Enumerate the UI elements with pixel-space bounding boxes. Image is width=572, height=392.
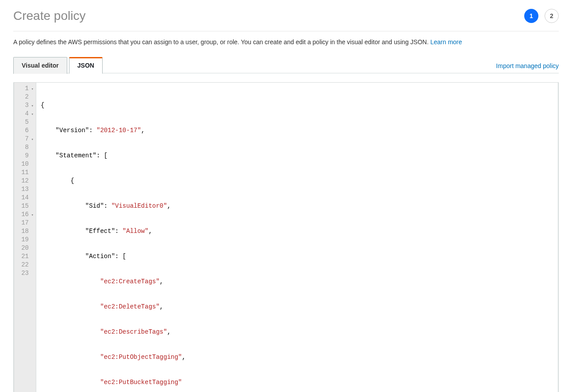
- code-line: "Statement": [: [39, 152, 558, 160]
- step-1[interactable]: 1: [524, 9, 538, 23]
- policy-description-text: A policy defines the AWS permissions tha…: [13, 38, 430, 46]
- code-line: "ec2:DescribeTags",: [39, 328, 558, 336]
- wizard-steps: 1 2: [524, 9, 559, 23]
- json-editor-container: 1▾23▾4▾567▾8910111213141516▾171819202122…: [13, 82, 559, 392]
- header-divider: [13, 31, 559, 31]
- code-line: "Action": [: [39, 252, 558, 261]
- code-line: "Version": "2012-10-17",: [39, 126, 558, 135]
- tab-visual-editor[interactable]: Visual editor: [13, 57, 67, 74]
- learn-more-link[interactable]: Learn more: [430, 38, 462, 46]
- code-line: "ec2:DeleteTags",: [39, 303, 558, 311]
- page-title: Create policy: [13, 9, 85, 23]
- page-header: Create policy 1 2: [13, 9, 559, 23]
- tabs-row: Visual editor JSON Import managed policy: [13, 56, 559, 73]
- code-line: "ec2:PutBucketTagging": [39, 378, 558, 387]
- tabs-container: Visual editor JSON: [13, 57, 104, 73]
- code-line: "ec2:PutObjectTagging",: [39, 353, 558, 362]
- policy-description: A policy defines the AWS permissions tha…: [13, 38, 559, 46]
- step-2[interactable]: 2: [545, 9, 559, 23]
- code-line: {: [39, 101, 558, 110]
- code-line: "ec2:CreateTags",: [39, 278, 558, 286]
- code-line: "Sid": "VisualEditor0",: [39, 202, 558, 210]
- tab-json[interactable]: JSON: [69, 57, 103, 74]
- json-editor[interactable]: 1▾23▾4▾567▾8910111213141516▾171819202122…: [14, 82, 558, 392]
- editor-code-area[interactable]: { "Version": "2012-10-17", "Statement": …: [36, 83, 558, 392]
- code-line: {: [39, 177, 558, 185]
- import-managed-policy-link[interactable]: Import managed policy: [496, 62, 559, 69]
- editor-gutter: 1▾23▾4▾567▾8910111213141516▾171819202122…: [14, 83, 36, 392]
- code-line: "Effect": "Allow",: [39, 227, 558, 236]
